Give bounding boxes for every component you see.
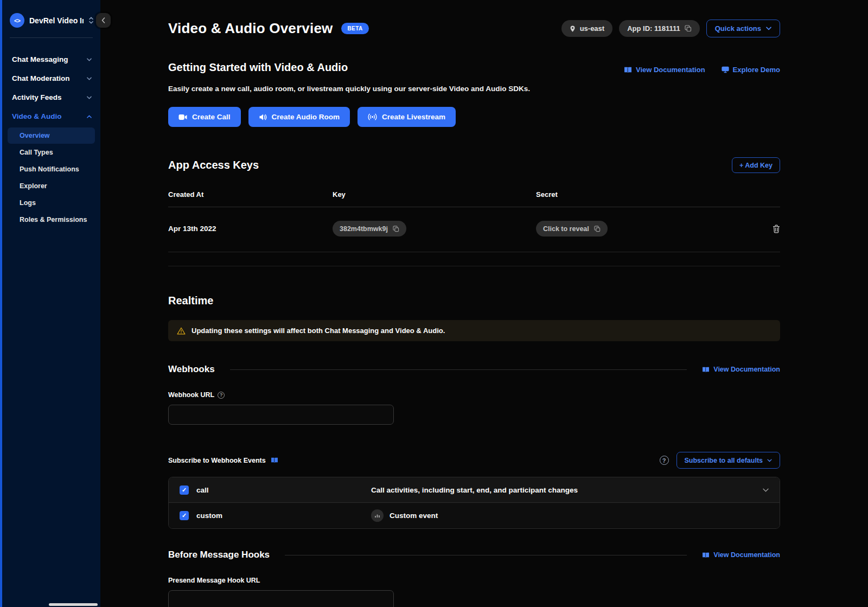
sidebar-subitem-call-types[interactable]: Call Types (8, 144, 95, 161)
book-icon (624, 67, 632, 73)
table-header-row: Created At Key Secret (168, 190, 780, 207)
view-documentation-label: View Documentation (713, 366, 780, 373)
create-audio-room-label: Create Audio Room (272, 113, 340, 121)
access-keys-header: App Access Keys + Add Key (168, 157, 780, 173)
region-pill: us-east (561, 20, 613, 37)
view-documentation-label: View Documentation (636, 66, 705, 74)
app-switcher-updown-icon[interactable] (88, 16, 94, 24)
chevron-down-icon (766, 27, 771, 30)
chevron-down-icon[interactable] (755, 488, 769, 492)
event-row-call[interactable]: ✓ call Call activities, including start,… (169, 477, 780, 503)
event-name: call (196, 486, 209, 494)
subscribe-events-label: Subscribe to Webhook Events (168, 457, 266, 464)
book-icon (702, 367, 710, 373)
realtime-title: Realtime (168, 295, 780, 307)
event-name: custom (196, 512, 222, 520)
bmh-view-documentation-link[interactable]: View Documentation (702, 551, 780, 559)
copy-icon[interactable] (685, 25, 692, 32)
webhook-url-label-row: Webhook URL ? (168, 391, 780, 399)
copy-icon[interactable] (594, 226, 601, 232)
column-created-at: Created At (168, 190, 333, 199)
sidebar-item-chat-moderation[interactable]: Chat Moderation (2, 69, 100, 88)
webhooks-header: Webhooks View Documentation (168, 364, 780, 375)
getting-started-title: Getting Started with Video & Audio (168, 61, 348, 74)
access-keys-table: Created At Key Secret Apr 13th 2022 382m… (168, 190, 780, 266)
webhooks-title: Webhooks (168, 364, 215, 375)
sidebar-subitem-push-notifications[interactable]: Push Notifications (8, 161, 95, 177)
realtime-warning-text: Updating these settings will affect both… (192, 327, 445, 335)
presend-hook-url-input[interactable] (168, 590, 394, 607)
quick-actions-label: Quick actions (715, 24, 761, 33)
sidebar-submenu: Overview Call Types Push Notifications E… (2, 126, 100, 228)
secret-reveal-label: Click to reveal (543, 225, 589, 233)
region-label: us-east (580, 24, 605, 33)
explore-demo-label: Explore Demo (733, 66, 780, 74)
book-icon[interactable] (271, 457, 278, 463)
presend-hook-url-label-row: Presend Message Hook URL (168, 577, 780, 584)
app-switcher[interactable]: <> DevRel Video In... (2, 0, 100, 37)
speaker-icon (259, 113, 267, 121)
sidebar-item-label: Chat Messaging (12, 55, 68, 63)
quick-actions-button[interactable]: Quick actions (706, 20, 780, 37)
warning-triangle-icon (177, 327, 186, 335)
app-id-label: App ID: 1181111 (627, 24, 680, 33)
sidebar-item-video-audio[interactable]: Video & Audio (2, 107, 100, 126)
custom-checkbox[interactable]: ✓ (180, 511, 189, 520)
sidebar-subitem-explorer[interactable]: Explorer (8, 178, 95, 194)
call-checkbox[interactable]: ✓ (180, 485, 189, 495)
sidebar-scrollbar[interactable] (49, 603, 98, 606)
getting-started-description: Easily create a new call, audio room, or… (168, 85, 780, 93)
sidebar: <> DevRel Video In... Chat Messaging Cha… (0, 0, 100, 607)
section-divider (285, 555, 687, 555)
presend-hook-url-label: Presend Message Hook URL (168, 577, 260, 584)
create-call-button[interactable]: Create Call (168, 107, 241, 127)
page-title: Video & Audio Overview (168, 20, 333, 37)
location-pin-icon (570, 25, 576, 33)
access-keys-title: App Access Keys (168, 159, 259, 171)
help-icon[interactable]: ? (660, 456, 669, 465)
subscribe-all-defaults-button[interactable]: Subscribe to all defaults (676, 452, 780, 469)
event-row-custom[interactable]: ✓ custom Custom event (169, 503, 780, 528)
sidebar-subitem-logs[interactable]: Logs (8, 195, 95, 211)
app-logo-code-icon: <> (10, 13, 24, 28)
create-call-label: Create Call (192, 113, 231, 121)
before-message-hooks-header: Before Message Hooks View Documentation (168, 550, 780, 560)
app-id-pill[interactable]: App ID: 1181111 (619, 20, 700, 37)
create-livestream-label: Create Livestream (382, 113, 445, 121)
webhook-url-input[interactable] (168, 405, 394, 425)
help-icon[interactable]: ? (218, 392, 225, 399)
chevron-up-icon (87, 115, 92, 118)
delete-key-button[interactable] (764, 225, 780, 233)
event-description: Custom event (390, 512, 438, 520)
api-key-pill[interactable]: 382m4tbmwk9j (333, 221, 406, 237)
sidebar-item-label: Activity Feeds (12, 93, 62, 101)
create-livestream-button[interactable]: Create Livestream (358, 107, 456, 127)
chevron-down-icon (87, 58, 92, 61)
subscribe-all-defaults-label: Subscribe to all defaults (685, 457, 763, 464)
create-audio-room-button[interactable]: Create Audio Room (248, 107, 350, 127)
getting-started-header: Getting Started with Video & Audio View … (168, 61, 780, 74)
sidebar-collapse-button[interactable] (96, 13, 111, 28)
trash-icon (773, 225, 780, 233)
column-key: Key (333, 190, 536, 199)
copy-icon[interactable] (393, 226, 399, 232)
webhook-events-list: ✓ call Call activities, including start,… (168, 477, 780, 529)
add-key-button[interactable]: + Add Key (732, 157, 780, 173)
view-documentation-link[interactable]: View Documentation (624, 66, 705, 74)
page-header: Video & Audio Overview BETA us-east App … (168, 20, 780, 37)
custom-event-icon (371, 509, 384, 522)
realtime-warning-banner: Updating these settings will affect both… (168, 320, 780, 341)
sidebar-subitem-roles-permissions[interactable]: Roles & Permissions (8, 212, 95, 228)
secret-reveal-pill[interactable]: Click to reveal (536, 221, 608, 237)
explore-demo-link[interactable]: Explore Demo (722, 66, 780, 74)
column-secret: Secret (536, 190, 764, 199)
sidebar-item-chat-messaging[interactable]: Chat Messaging (2, 50, 100, 69)
before-message-hooks-title: Before Message Hooks (168, 550, 270, 560)
webhooks-view-documentation-link[interactable]: View Documentation (702, 366, 780, 373)
event-description: Call activities, including start, end, a… (371, 486, 578, 494)
table-footer-divider (168, 252, 780, 266)
book-icon (702, 552, 710, 558)
sidebar-subitem-overview[interactable]: Overview (8, 127, 95, 144)
sidebar-item-activity-feeds[interactable]: Activity Feeds (2, 88, 100, 107)
chevron-down-icon (767, 459, 772, 462)
